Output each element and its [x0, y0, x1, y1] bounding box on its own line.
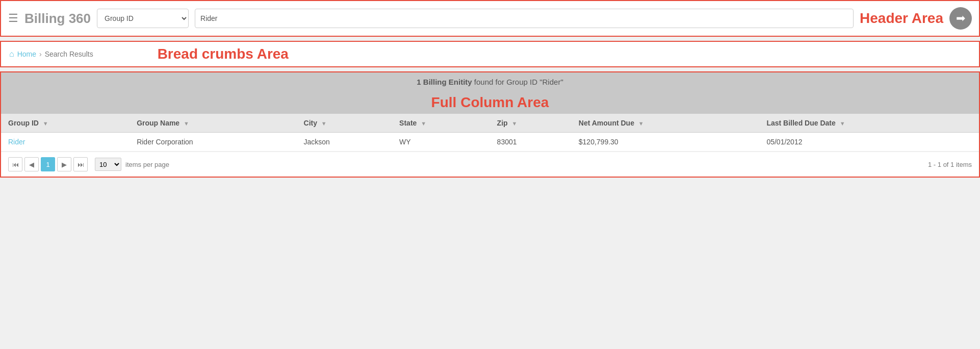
full-column-area-label: Full Column Area	[431, 94, 549, 111]
app-title: Billing 360	[24, 11, 91, 27]
results-summary-bar: 1 Billing Enitity found for Group ID "Ri…	[1, 72, 979, 91]
header-area: ☰ Billing 360 Group ID Group Name City S…	[0, 0, 980, 37]
col-net-amount-due: Net Amount Due ▼	[572, 114, 760, 133]
per-page-label: items per page	[125, 161, 169, 168]
table-row: Rider Rider Corporation Jackson WY 83001…	[1, 133, 979, 152]
full-column-row: Full Column Area	[1, 91, 979, 114]
col-state: State ▼	[392, 114, 490, 133]
search-input[interactable]	[195, 9, 854, 28]
results-table: Group ID ▼ Group Name ▼ City ▼ State ▼ Z…	[1, 114, 979, 152]
col-last-billed-due-date: Last Billed Due Date ▼	[759, 114, 979, 133]
hamburger-icon[interactable]: ☰	[8, 13, 18, 24]
pagination-row: ⏮ ◀ 1 ▶ ⏭ 10 25 50 100 items per page 1 …	[1, 152, 979, 177]
next-page-button[interactable]: ▶	[57, 157, 71, 171]
cell-zip: 83001	[490, 133, 572, 152]
first-page-button[interactable]: ⏮	[8, 157, 22, 171]
cell-last-billed-due-date: 05/01/2012	[759, 133, 979, 152]
filter-icon-city[interactable]: ▼	[321, 120, 327, 127]
page-1-button[interactable]: 1	[41, 157, 55, 171]
col-city: City ▼	[297, 114, 393, 133]
breadcrumb-area: ⌂ Home › Search Results Bread crumbs Are…	[0, 41, 980, 67]
cell-state: WY	[392, 133, 490, 152]
breadcrumb-separator: ›	[39, 50, 42, 58]
filter-icon-group-id[interactable]: ▼	[43, 120, 48, 127]
search-button[interactable]: ➡	[949, 7, 972, 30]
main-content-area: 1 Billing Enitity found for Group ID "Ri…	[0, 71, 980, 178]
prev-page-button[interactable]: ◀	[24, 157, 39, 171]
cell-group-name: Rider Corporation	[130, 133, 296, 152]
cell-city: Jackson	[297, 133, 393, 152]
home-icon: ⌂	[9, 49, 14, 59]
last-page-button[interactable]: ⏭	[73, 157, 88, 171]
breadcrumb-area-label: Bread crumbs Area	[158, 46, 289, 62]
breadcrumb-home-link[interactable]: Home	[17, 50, 36, 58]
col-group-id: Group ID ▼	[1, 114, 130, 133]
filter-icon-group-name[interactable]: ▼	[184, 120, 189, 127]
header-area-label: Header Area	[860, 10, 943, 27]
search-arrow-icon: ➡	[956, 12, 965, 25]
filter-icon-last-billed[interactable]: ▼	[840, 120, 845, 127]
filter-icon-zip[interactable]: ▼	[511, 120, 517, 127]
cell-net-amount-due: $120,799.30	[572, 133, 760, 152]
page-size-select[interactable]: 10 25 50 100	[95, 158, 121, 171]
filter-icon-net-amount[interactable]: ▼	[638, 120, 644, 127]
table-header-row: Group ID ▼ Group Name ▼ City ▼ State ▼ Z…	[1, 114, 979, 133]
search-type-select[interactable]: Group ID Group Name City State	[97, 9, 189, 28]
pagination-info: 1 - 1 of 1 items	[928, 161, 972, 168]
breadcrumb-current: Search Results	[45, 50, 93, 58]
cell-group-id[interactable]: Rider	[1, 133, 130, 152]
results-count: 1 Billing Enitity found for Group ID "Ri…	[417, 78, 563, 86]
col-group-name: Group Name ▼	[130, 114, 296, 133]
col-zip: Zip ▼	[490, 114, 572, 133]
filter-icon-state[interactable]: ▼	[421, 120, 426, 127]
